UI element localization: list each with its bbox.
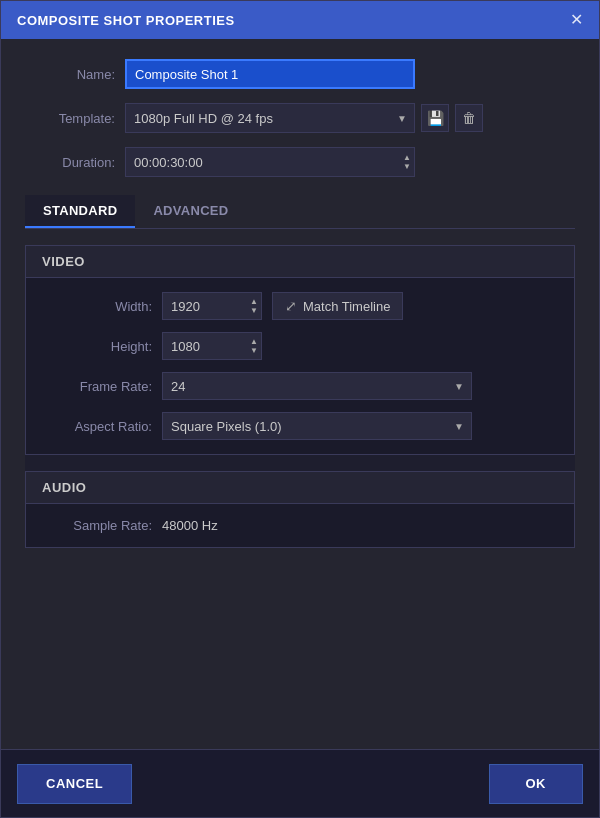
width-up-arrow-icon[interactable]: ▲ [250,298,258,306]
video-section: VIDEO Width: ▲ ▼ ⤢ [25,245,575,455]
match-timeline-label: Match Timeline [303,299,390,314]
save-template-button[interactable]: 💾 [421,104,449,132]
close-button[interactable]: ✕ [570,12,583,28]
height-label: Height: [42,339,152,354]
sample-rate-row: Sample Rate: 48000 Hz [26,518,574,533]
duration-row: Duration: ▲ ▼ [25,147,575,177]
height-spinner: ▲ ▼ [250,338,258,355]
audio-section-body: Sample Rate: 48000 Hz [26,504,574,547]
match-timeline-icon: ⤢ [285,298,297,314]
duration-label: Duration: [25,155,115,170]
width-down-arrow-icon[interactable]: ▼ [250,307,258,315]
frame-rate-row: Frame Rate: 24 25 30 60 ▼ [26,372,574,400]
width-input[interactable] [162,292,262,320]
audio-section: AUDIO Sample Rate: 48000 Hz [25,471,575,548]
height-row: Height: ▲ ▼ [26,332,574,360]
video-section-body: Width: ▲ ▼ ⤢ Match Timeline [26,278,574,454]
template-select[interactable]: 1080p Full HD @ 24 fps 720p HD @ 30 fps … [125,103,415,133]
tab-standard[interactable]: STANDARD [25,195,135,228]
template-row: Template: 1080p Full HD @ 24 fps 720p HD… [25,103,575,133]
template-label: Template: [25,111,115,126]
frame-rate-label: Frame Rate: [42,379,152,394]
aspect-ratio-label: Aspect Ratio: [42,419,152,434]
dialog-body: Name: Template: 1080p Full HD @ 24 fps 7… [1,39,599,749]
trash-icon: 🗑 [462,110,476,126]
sample-rate-label: Sample Rate: [42,518,152,533]
save-icon: 💾 [427,110,444,126]
aspect-ratio-row: Aspect Ratio: Square Pixels (1.0) D1/DV … [26,412,574,440]
name-input[interactable] [125,59,415,89]
width-row: Width: ▲ ▼ ⤢ Match Timeline [26,292,574,320]
aspect-ratio-select[interactable]: Square Pixels (1.0) D1/DV NTSC (0.9) D1/… [162,412,472,440]
cancel-button[interactable]: CANCEL [17,764,132,804]
height-down-arrow-icon[interactable]: ▼ [250,347,258,355]
height-input[interactable] [162,332,262,360]
dialog-title: COMPOSITE SHOT PROPERTIES [17,13,235,28]
audio-section-header: AUDIO [26,472,574,504]
title-bar: COMPOSITE SHOT PROPERTIES ✕ [1,1,599,39]
duration-down-arrow-icon[interactable]: ▼ [403,163,411,171]
tab-advanced[interactable]: ADVANCED [135,195,246,228]
height-up-arrow-icon[interactable]: ▲ [250,338,258,346]
frame-rate-select[interactable]: 24 25 30 60 [162,372,472,400]
tab-content-standard: VIDEO Width: ▲ ▼ ⤢ [25,245,575,548]
width-label: Width: [42,299,152,314]
frame-rate-select-wrapper: 24 25 30 60 ▼ [162,372,472,400]
name-label: Name: [25,67,115,82]
duration-input[interactable] [125,147,415,177]
video-section-header: VIDEO [26,246,574,278]
width-field-wrapper: ▲ ▼ [162,292,262,320]
tabs-bar: STANDARD ADVANCED [25,195,575,229]
sample-rate-value: 48000 Hz [162,518,218,533]
height-field-wrapper: ▲ ▼ [162,332,262,360]
dialog-footer: CANCEL OK [1,749,599,817]
duration-up-arrow-icon[interactable]: ▲ [403,154,411,162]
duration-spinner: ▲ ▼ [403,154,411,171]
name-row: Name: [25,59,575,89]
ok-button[interactable]: OK [489,764,584,804]
aspect-ratio-select-wrapper: Square Pixels (1.0) D1/DV NTSC (0.9) D1/… [162,412,472,440]
duration-field-wrapper: ▲ ▼ [125,147,415,177]
width-spinner: ▲ ▼ [250,298,258,315]
match-timeline-button[interactable]: ⤢ Match Timeline [272,292,403,320]
template-select-wrapper: 1080p Full HD @ 24 fps 720p HD @ 30 fps … [125,103,415,133]
composite-shot-properties-dialog: COMPOSITE SHOT PROPERTIES ✕ Name: Templa… [0,0,600,818]
delete-template-button[interactable]: 🗑 [455,104,483,132]
